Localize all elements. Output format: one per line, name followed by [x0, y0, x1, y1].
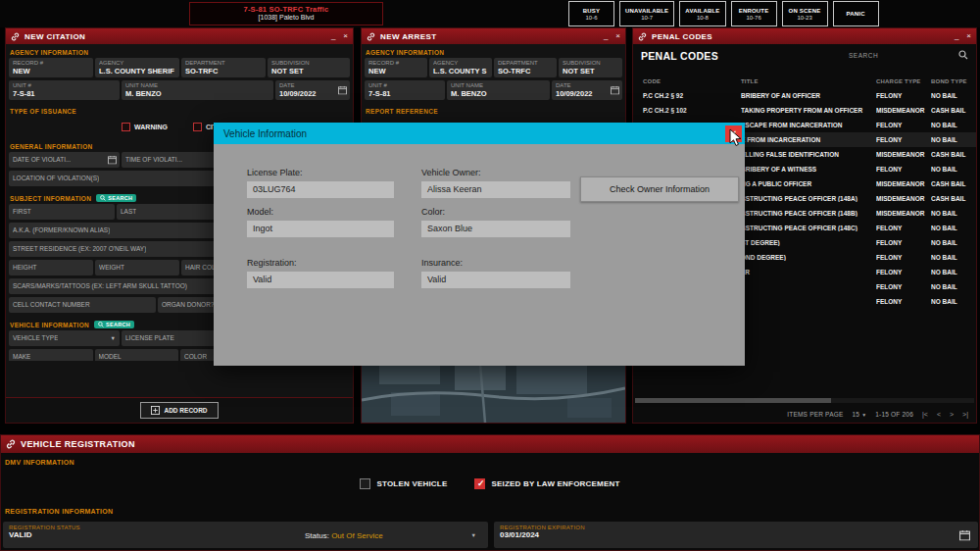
penal-window-title: PENAL CODES: [652, 32, 712, 41]
last-name-field[interactable]: LAST: [117, 204, 222, 220]
table-row[interactable]: P.C CH.2 § 102 TAKING PROPERTY FROM AN O…: [633, 103, 976, 118]
registration-expiration-field[interactable]: REGISTRATION EXPIRATION 03/01/2024: [494, 522, 978, 548]
close-icon[interactable]: ×: [615, 32, 620, 40]
chevron-down-icon: ▼: [111, 335, 116, 341]
search-icon: [100, 195, 106, 201]
first-name-field[interactable]: FIRST: [9, 204, 115, 220]
prev-page-button[interactable]: <: [937, 411, 941, 418]
dispatch-info-box: 7-S-81 SO-TRFC Traffic [1038] Paleto Blv…: [189, 2, 383, 25]
duty-status-buttons: BUSY 10-6 UNAVAILABLE 10-7 AVAILABLE 10-…: [568, 1, 879, 26]
unit-callsign: 7-S-81 SO-TRFC Traffic: [244, 5, 329, 14]
status-button[interactable]: BUSY 10-6: [568, 1, 614, 26]
record-number-field[interactable]: RECORD # NEW: [365, 58, 427, 77]
check-owner-button[interactable]: Check Owner Information: [580, 176, 739, 202]
warning-checkbox[interactable]: WARNING: [122, 123, 168, 131]
model-label: Model:: [247, 207, 273, 217]
date-field[interactable]: DATE 10/09/2022: [552, 80, 622, 100]
color-input[interactable]: Saxon Blue: [421, 221, 570, 237]
modal-body: License Plate: 03LUG764 Vehicle Owner: A…: [214, 144, 745, 366]
vehicle-type-select[interactable]: VEHICLE TYPE ▼: [9, 330, 120, 346]
minimize-icon[interactable]: _: [955, 32, 958, 40]
date-field[interactable]: DATE 10/09/2022: [275, 80, 350, 100]
make-field[interactable]: MAKE: [9, 349, 93, 361]
arrest-titlebar[interactable]: NEW ARREST _ ×: [362, 28, 625, 44]
unit-name-field[interactable]: UNIT NAME M. BENZO: [122, 80, 273, 100]
cell-contact-field[interactable]: CELL CONTACT NUMBER: [9, 297, 156, 313]
vehicle-search-button[interactable]: SEARCH: [94, 321, 134, 328]
status-button[interactable]: AVAILABLE 10-8: [679, 1, 725, 26]
last-page-button[interactable]: >|: [962, 411, 968, 418]
first-page-button[interactable]: |<: [922, 411, 928, 418]
penal-search-input[interactable]: SEARCH: [849, 50, 968, 62]
status-button[interactable]: UNAVAILABLE 10-7: [619, 1, 674, 26]
insurance-input[interactable]: Valid: [421, 272, 570, 288]
calendar-icon[interactable]: [611, 86, 619, 95]
unit-name-field[interactable]: UNIT NAME M. BENZO: [447, 80, 550, 100]
license-plate-input[interactable]: 03LUG764: [247, 181, 394, 198]
items-per-page-select[interactable]: 15 ▼: [852, 411, 866, 418]
table-row[interactable]: P.C CH.2 § 92 BRIBERY OF AN OFFICER FELO…: [633, 88, 976, 103]
registration-status-select[interactable]: REGISTRATION STATUS VALID Status: Out Of…: [3, 522, 488, 548]
agency-field[interactable]: AGENCY L.S. COUNTY S: [429, 58, 492, 77]
checkbox-unchecked: [360, 478, 370, 489]
registration-input[interactable]: Valid: [247, 272, 394, 288]
dmv-checkbox-row: STOLEN VEHICLE SEIZED BY LAW ENFORCEMENT: [1, 478, 979, 489]
minimize-icon[interactable]: _: [604, 32, 608, 40]
section-type-of-issuance: TYPE OF ISSUANCE: [6, 103, 353, 117]
minimize-icon[interactable]: _: [331, 32, 335, 40]
stolen-vehicle-checkbox[interactable]: STOLEN VEHICLE: [360, 478, 447, 489]
close-icon[interactable]: ×: [725, 125, 742, 142]
citation-titlebar[interactable]: NEW CITATION _ ×: [6, 28, 353, 44]
penal-titlebar[interactable]: PENAL CODES _ ×: [633, 28, 976, 44]
color-label: Color:: [421, 207, 445, 217]
items-per-page-label: ITEMS PER PAGE: [787, 411, 843, 418]
status-selected-value: Status: Out Of Service: [305, 530, 383, 539]
chevron-down-icon: ▼: [861, 412, 866, 418]
subject-search-button[interactable]: SEARCH: [96, 194, 136, 202]
vehicle-owner-input[interactable]: Alissa Keeran: [421, 181, 570, 198]
add-record-button[interactable]: ADD RECORD: [140, 402, 218, 419]
window-vehicle-registration: VEHICLE REGISTRATION DMV INFORMATION STO…: [0, 434, 980, 551]
search-icon: [958, 50, 968, 60]
dispatch-location: [1038] Paleto Blvd: [259, 14, 315, 23]
registration-titlebar[interactable]: VEHICLE REGISTRATION: [1, 435, 979, 453]
modal-titlebar[interactable]: Vehicle Information ×: [214, 123, 745, 144]
status-button[interactable]: ON SCENE 10-23: [782, 1, 828, 26]
record-number-field[interactable]: RECORD # NEW: [9, 58, 93, 77]
insurance-label: Insurance:: [421, 258, 463, 268]
subdivision-field[interactable]: SUBDIVISION NOT SET: [268, 58, 350, 77]
section-dmv-information: DMV INFORMATION: [5, 459, 74, 466]
link-icon: [11, 32, 20, 41]
section-registration-information: REGISTRATION INFORMATION: [5, 508, 113, 515]
calendar-icon[interactable]: [108, 156, 117, 165]
unit-number-field[interactable]: UNIT # 7-S-81: [365, 80, 445, 100]
status-button[interactable]: PANIC: [833, 1, 879, 26]
calendar-icon[interactable]: [959, 529, 970, 540]
vehicle-owner-label: Vehicle Owner:: [421, 168, 481, 177]
chevron-down-icon: ▼: [471, 532, 476, 538]
penal-table-header: CODE TITLE CHARGE TYPE BOND TYPE: [633, 75, 976, 87]
height-field[interactable]: HEIGHT: [9, 260, 93, 276]
department-field[interactable]: DEPARTMENT SO-TRFC: [494, 58, 557, 77]
top-status-bar: 7-S-81 SO-TRFC Traffic [1038] Paleto Blv…: [0, 0, 980, 27]
registration-label: Registration:: [247, 258, 297, 268]
subdivision-field[interactable]: SUBDIVISION NOT SET: [559, 58, 622, 77]
model-input[interactable]: Ingot: [247, 221, 394, 237]
horizontal-scrollbar[interactable]: [635, 398, 974, 403]
section-agency-information: AGENCY INFORMATION: [362, 44, 625, 58]
date-of-violation-field[interactable]: DATE OF VIOLATI...: [9, 152, 120, 168]
scrollbar-thumb[interactable]: [635, 398, 831, 403]
model-field[interactable]: MODEL: [95, 349, 179, 361]
next-page-button[interactable]: >: [950, 411, 954, 418]
calendar-icon[interactable]: [338, 86, 347, 95]
status-button[interactable]: ENROUTE 10-76: [731, 1, 777, 26]
close-icon[interactable]: ×: [966, 32, 971, 40]
agency-field[interactable]: AGENCY L.S. COUNTY SHERIF: [95, 58, 179, 77]
weight-field[interactable]: WEIGHT: [95, 260, 179, 276]
department-field[interactable]: DEPARTMENT SO-TRFC: [181, 58, 266, 77]
license-plate-label: License Plate:: [247, 168, 303, 177]
close-icon[interactable]: ×: [343, 32, 348, 40]
unit-number-field[interactable]: UNIT # 7-S-81: [9, 80, 120, 100]
checkbox-checked: [474, 478, 485, 489]
seized-checkbox[interactable]: SEIZED BY LAW ENFORCEMENT: [474, 478, 619, 489]
